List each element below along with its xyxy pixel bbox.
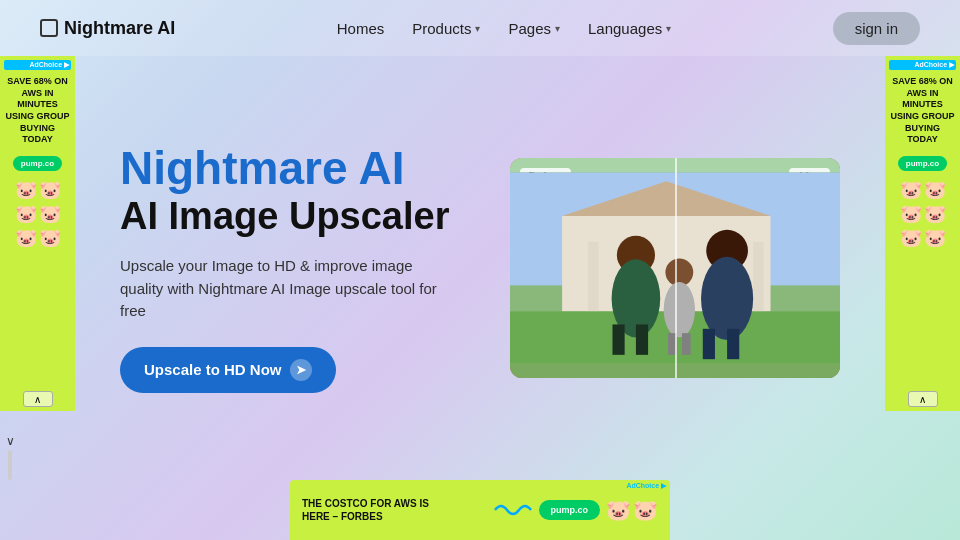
navbar: Nightmare AI Homes Products ▾ Pages ▾ La… <box>0 0 960 56</box>
arrow-circle-icon: ➤ <box>290 359 312 381</box>
ad-banner-left: AdChoice ▶ SAVE 68% ON AWS IN MINUTES US… <box>0 56 75 411</box>
scroll-arrow-icon: ∨ <box>6 434 15 448</box>
pig-icon: 🐷 <box>900 227 922 249</box>
pig-icon: 🐷 <box>15 179 37 201</box>
chevron-down-icon: ▾ <box>666 23 671 34</box>
hero-title-black: AI Image Upscaler <box>120 194 450 240</box>
chevron-down-icon: ▾ <box>475 23 480 34</box>
ad-pigs-left: 🐷 🐷 🐷 🐷 🐷 🐷 <box>4 179 71 249</box>
before-after-image: Before After <box>510 158 840 378</box>
svg-rect-16 <box>682 333 691 355</box>
brand-logo[interactable]: Nightmare AI <box>40 18 175 39</box>
hero-title-blue: Nightmare AI <box>120 143 450 194</box>
pig-icon: 🐷 <box>15 227 37 249</box>
pig-icon: 🐷 <box>900 179 922 201</box>
pig-icon: 🐷 <box>633 498 658 522</box>
chevron-down-icon: ▾ <box>555 23 560 34</box>
nav-links: Homes Products ▾ Pages ▾ Languages ▾ <box>337 20 672 37</box>
ad-pump-button-left[interactable]: pump.co <box>13 156 62 171</box>
pig-icon: 🐷 <box>924 179 946 201</box>
pig-icon: 🐷 <box>924 203 946 225</box>
ad-pump-button-bottom[interactable]: pump.co <box>539 500 601 520</box>
ad-choice-label-right: AdChoice ▶ <box>889 60 956 70</box>
pig-icon: 🐷 <box>900 203 922 225</box>
svg-rect-20 <box>727 329 739 359</box>
nav-item-languages[interactable]: Languages ▾ <box>588 20 671 37</box>
pig-icon: 🐷 <box>924 227 946 249</box>
hero-description: Upscale your Image to HD & improve image… <box>120 255 450 323</box>
nav-item-products[interactable]: Products ▾ <box>412 20 480 37</box>
ad-scroll-button-right[interactable]: ∧ <box>908 391 938 407</box>
hero-section: Nightmare AI AI Image Upscaler Upscale y… <box>120 143 450 393</box>
ad-pigs-right: 🐷 🐷 🐷 🐷 🐷 🐷 <box>889 179 956 249</box>
brand-icon <box>40 19 58 37</box>
divider-line <box>675 158 677 378</box>
nav-link-languages[interactable]: Languages ▾ <box>588 20 671 37</box>
ad-bottom-pigs: 🐷 🐷 <box>606 498 658 522</box>
ad-text-left: SAVE 68% ON AWS IN MINUTES USING GROUP B… <box>4 76 71 146</box>
nav-link-products[interactable]: Products ▾ <box>412 20 480 37</box>
svg-rect-11 <box>612 324 624 354</box>
scroll-hint: ∨ <box>0 434 20 480</box>
ad-scroll-button-left[interactable]: ∧ <box>23 391 53 407</box>
ad-bottom-right: pump.co 🐷 🐷 <box>493 498 659 522</box>
pig-icon: 🐷 <box>39 179 61 201</box>
svg-rect-12 <box>636 324 648 354</box>
content-area: Nightmare AI AI Image Upscaler Upscale y… <box>0 56 960 480</box>
svg-point-14 <box>664 282 695 338</box>
nav-link-pages[interactable]: Pages ▾ <box>508 20 560 37</box>
nav-item-pages[interactable]: Pages ▾ <box>508 20 560 37</box>
squiggle-icon <box>493 500 533 520</box>
pig-icon: 🐷 <box>15 203 37 225</box>
ad-banner-bottom: AdChoice ▶ THE COSTCO FOR AWS IS HERE – … <box>290 480 670 540</box>
upscale-button[interactable]: Upscale to HD Now ➤ <box>120 347 336 393</box>
ad-banner-right: AdChoice ▶ SAVE 68% ON AWS IN MINUTES US… <box>885 56 960 411</box>
ad-text-bottom: THE COSTCO FOR AWS IS HERE – FORBES <box>302 497 442 523</box>
ad-text-right: SAVE 68% ON AWS IN MINUTES USING GROUP B… <box>889 76 956 146</box>
scroll-bar <box>8 450 12 480</box>
pig-icon: 🐷 <box>39 227 61 249</box>
svg-rect-19 <box>703 329 715 359</box>
nav-item-homes[interactable]: Homes <box>337 20 385 37</box>
svg-rect-7 <box>753 242 763 311</box>
ad-choice-label-left: AdChoice ▶ <box>4 60 71 70</box>
brand-name: Nightmare AI <box>64 18 175 39</box>
ad-pump-button-right[interactable]: pump.co <box>898 156 947 171</box>
pig-icon: 🐷 <box>606 498 631 522</box>
signin-button[interactable]: sign in <box>833 12 920 45</box>
ad-choice-label-bottom: AdChoice ▶ <box>626 482 666 490</box>
pig-icon: 🐷 <box>39 203 61 225</box>
nav-link-homes[interactable]: Homes <box>337 20 385 37</box>
svg-point-18 <box>701 257 753 340</box>
svg-rect-4 <box>588 242 598 311</box>
